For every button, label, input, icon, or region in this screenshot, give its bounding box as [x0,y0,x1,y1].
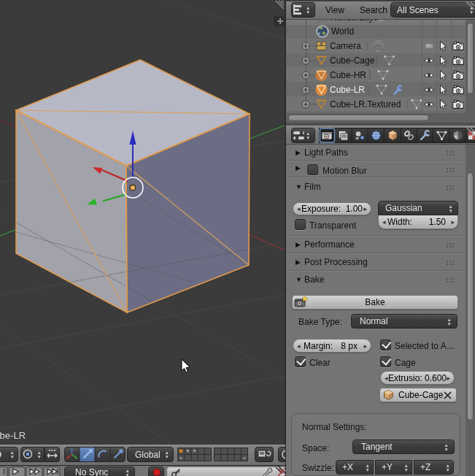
svg-text:Cube-HR: Cube-HR [330,70,366,80]
svg-text:Cube-Cage: Cube-Cage [330,55,375,66]
svg-text:Camera: Camera [330,41,361,51]
svg-text:Cube-LR: Cube-LR [330,85,365,95]
svg-text:Cube-LR: Cube-LR [0,430,26,441]
svg-text:World: World [331,26,354,37]
svg-text:Cube-LR.Textured: Cube-LR.Textured [330,99,401,110]
